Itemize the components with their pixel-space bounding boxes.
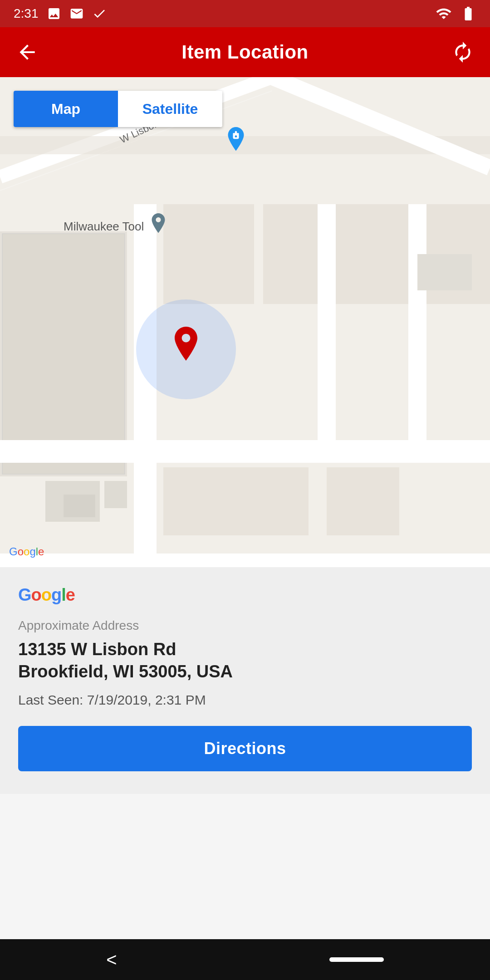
address-line2: Brookfield, WI 53005, USA: [18, 662, 233, 681]
map-type-toggle[interactable]: Map Satellite: [14, 91, 222, 127]
google-logo-map: Google: [9, 545, 44, 558]
battery-icon: [460, 5, 476, 22]
wifi-icon: [436, 5, 452, 22]
svg-rect-12: [318, 204, 336, 440]
info-panel: Google Approximate Address 13135 W Lisbo…: [0, 567, 490, 794]
svg-rect-9: [263, 204, 318, 304]
svg-rect-5: [2, 234, 125, 474]
navigation-bar: <: [0, 939, 490, 980]
refresh-button[interactable]: [449, 39, 476, 66]
shopping-pin: [222, 127, 250, 161]
milwaukee-tool-label: Milwaukee Tool: [64, 220, 144, 234]
svg-rect-7: [0, 440, 490, 463]
svg-rect-15: [327, 467, 399, 535]
last-seen-text: Last Seen: 7/19/2019, 2:31 PM: [18, 692, 472, 708]
status-left: 2:31: [14, 6, 107, 21]
svg-rect-21: [417, 254, 472, 290]
map-container[interactable]: W Lisbon Rd Map Satellite Milwaukee Tool…: [0, 77, 490, 567]
address-line1: 13135 W Lisbon Rd: [18, 640, 176, 659]
back-button[interactable]: [14, 39, 41, 66]
milwaukee-tool-marker: Milwaukee Tool: [64, 213, 168, 240]
approximate-address-label: Approximate Address: [18, 618, 472, 633]
svg-rect-18: [104, 481, 127, 508]
directions-button[interactable]: Directions: [18, 726, 472, 771]
milwaukee-tool-pin-icon: [148, 213, 168, 240]
gmail-icon: [69, 6, 84, 21]
status-bar: 2:31: [0, 0, 490, 27]
svg-rect-14: [163, 467, 309, 535]
satellite-tab[interactable]: Satellite: [118, 91, 222, 127]
google-logo: Google: [18, 585, 472, 605]
status-time: 2:31: [14, 6, 39, 21]
svg-rect-19: [0, 554, 490, 567]
map-tab[interactable]: Map: [14, 91, 118, 127]
task-icon: [92, 6, 107, 21]
current-location-marker: [136, 299, 236, 399]
location-accuracy-circle: [136, 299, 236, 399]
status-right: [436, 5, 476, 22]
app-bar: Item Location: [0, 27, 490, 77]
page-title: Item Location: [41, 41, 449, 63]
svg-rect-8: [163, 204, 254, 304]
location-pin-icon: [168, 327, 204, 372]
nav-back-button[interactable]: <: [106, 950, 117, 970]
address-display: 13135 W Lisbon Rd Brookfield, WI 53005, …: [18, 638, 472, 683]
svg-rect-10: [327, 204, 417, 304]
svg-rect-17: [64, 495, 95, 517]
photo-icon: [47, 6, 61, 21]
nav-home-indicator[interactable]: [329, 957, 384, 962]
svg-rect-13: [408, 204, 426, 440]
